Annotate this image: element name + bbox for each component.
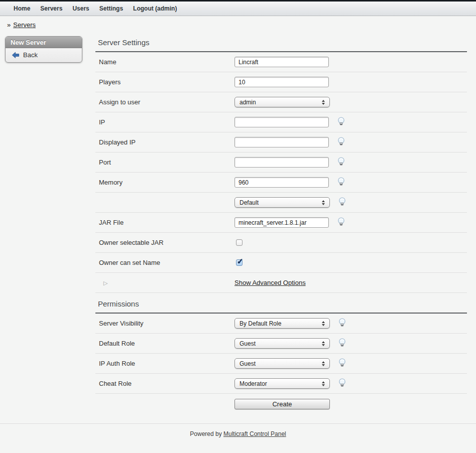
default-role-label: Default Role [95,340,234,347]
sidebar-back-label: Back [23,51,38,59]
content: New Server Back Server Settings Name Pla… [0,32,476,414]
form-row-memory-preset: Default [95,193,467,213]
form-row-owner-can-set-name: Owner can set Name [95,253,467,273]
nav-item-home[interactable]: Home [9,2,35,16]
form-row-memory: Memory [95,173,467,193]
jar-file-input[interactable] [234,217,329,228]
form-row-default-role: Default Role Guest [95,334,467,354]
memory-input[interactable] [234,177,329,188]
jar-file-label: JAR File [95,219,234,226]
form-row-ip: IP [95,112,467,132]
default-role-value: Guest [240,340,256,347]
footer-powered-by-text: Powered by [190,430,221,437]
ip-help-bulb-icon[interactable] [337,117,345,128]
server-visibility-value: By Default Role [240,320,281,327]
breadcrumb-link-servers[interactable]: Servers [13,21,36,29]
server-settings-form: Server Settings Name Players Assign to u… [95,32,467,414]
port-label: Port [95,159,234,166]
sidebar-title: New Server [6,37,82,48]
select-stepper-icon [322,381,325,386]
memory-preset-help-bulb-icon[interactable] [338,197,346,208]
displayed-ip-input[interactable] [234,137,329,147]
name-label: Name [95,58,234,66]
select-stepper-icon [322,100,325,105]
sidebar-item-back[interactable]: Back [6,48,82,62]
sidebar-box: New Server Back [5,36,82,63]
port-input[interactable] [234,157,329,168]
ip-label: IP [95,118,234,126]
server-visibility-select[interactable]: By Default Role [234,318,330,329]
assign-to-user-value: admin [240,99,256,106]
form-row-displayed-ip: Displayed IP [95,132,467,153]
select-stepper-icon [322,361,325,366]
form-row-submit: Create [95,394,467,414]
section-title-server-settings: Server Settings [95,32,467,51]
right-triangle-icon[interactable]: ▷ [103,280,107,286]
ip-auth-role-help-bulb-icon[interactable] [338,358,346,369]
form-row-ip-auth-role: IP Auth Role Guest [95,354,467,374]
advanced-disclosure: ▷ [95,279,234,286]
main-nav: Home Servers Users Settings Logout (admi… [0,2,476,16]
ip-auth-role-label: IP Auth Role [95,360,234,367]
owner-can-set-name-label: Owner can set Name [95,259,234,266]
select-stepper-icon [322,200,325,205]
breadcrumb: »Servers [0,16,476,32]
cheat-role-select[interactable]: Moderator [234,378,330,389]
server-visibility-label: Server Visibility [95,320,234,327]
port-help-bulb-icon[interactable] [337,157,345,168]
default-role-help-bulb-icon[interactable] [338,338,346,349]
nav-item-settings[interactable]: Settings [94,2,128,16]
memory-preset-value: Default [240,199,259,206]
server-visibility-help-bulb-icon[interactable] [338,318,346,329]
nav-item-logout[interactable]: Logout (admin) [128,2,182,16]
form-row-assign-to-user: Assign to user admin [95,92,467,112]
displayed-ip-label: Displayed IP [95,138,234,146]
cheat-role-help-bulb-icon[interactable] [338,378,346,389]
page: Home Servers Users Settings Logout (admi… [0,0,476,453]
assign-to-user-select[interactable]: admin [234,97,330,107]
memory-label: Memory [95,179,234,186]
owner-selectable-jar-checkbox[interactable] [236,239,243,246]
form-row-players: Players [95,72,467,92]
nav-item-users[interactable]: Users [67,2,94,16]
form-row-owner-selectable-jar: Owner selectable JAR [95,233,467,253]
players-input[interactable] [234,77,329,87]
show-advanced-options-link[interactable]: Show Advanced Options [234,279,306,286]
footer-multicraft-link[interactable]: Multicraft Control Panel [223,430,286,437]
ip-auth-role-select[interactable]: Guest [234,358,330,369]
breadcrumb-separator: » [7,21,11,29]
select-stepper-icon [322,321,325,326]
assign-to-user-label: Assign to user [95,98,234,106]
default-role-select[interactable]: Guest [234,338,330,349]
back-arrow-icon [12,52,20,59]
form-row-port: Port [95,153,467,173]
ip-auth-role-value: Guest [240,360,256,367]
jar-file-help-bulb-icon[interactable] [337,217,345,228]
memory-preset-select[interactable]: Default [234,197,330,208]
owner-selectable-jar-label: Owner selectable JAR [95,239,234,246]
players-label: Players [95,78,234,86]
owner-can-set-name-checkbox[interactable] [236,259,243,266]
form-row-name: Name [95,52,467,72]
footer: Powered by Multicraft Control Panel [0,423,476,437]
nav-item-servers[interactable]: Servers [35,2,67,16]
name-input[interactable] [234,57,329,67]
form-row-advanced-options: ▷ Show Advanced Options [95,273,467,293]
cheat-role-value: Moderator [240,380,267,387]
form-row-server-visibility: Server Visibility By Default Role [95,314,467,334]
section-title-permissions: Permissions [95,293,467,313]
form-row-cheat-role: Cheat Role Moderator [95,374,467,394]
memory-help-bulb-icon[interactable] [337,177,345,188]
cheat-role-label: Cheat Role [95,380,234,387]
create-button[interactable]: Create [234,399,330,409]
form-row-jar-file: JAR File [95,213,467,233]
displayed-ip-help-bulb-icon[interactable] [337,137,345,148]
ip-input[interactable] [234,117,329,127]
select-stepper-icon [322,341,325,346]
